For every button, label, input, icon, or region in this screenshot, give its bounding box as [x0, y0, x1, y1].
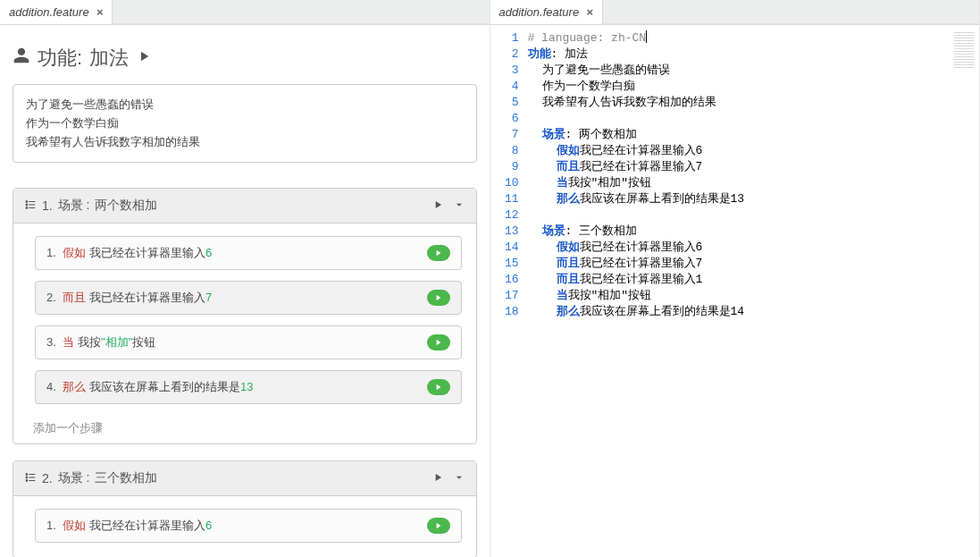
- line-number: 17: [490, 288, 519, 304]
- desc-line: 我希望有人告诉我数字相加的结果: [26, 133, 464, 152]
- right-tabbar: addition.feature ×: [490, 0, 980, 25]
- left-tabbar: addition.feature ×: [0, 0, 490, 25]
- minimap[interactable]: [954, 32, 974, 68]
- line-number: 14: [490, 240, 519, 256]
- user-icon: [13, 46, 30, 70]
- steps-list: 1. 假如 我已经在计算器里输入6: [13, 496, 476, 557]
- code-line[interactable]: # language: zh-CN: [528, 30, 980, 46]
- code-editor[interactable]: 123456789101112131415161718 # language: …: [490, 25, 980, 557]
- step-text: 4. 那么 我应该在屏幕上看到的结果是13: [46, 379, 254, 395]
- line-number: 7: [490, 127, 519, 143]
- close-icon[interactable]: ×: [586, 5, 593, 19]
- step-row[interactable]: 4. 那么 我应该在屏幕上看到的结果是13: [35, 370, 462, 404]
- chevron-down-icon[interactable]: [453, 471, 465, 486]
- left-pane: addition.feature × 功能: 加法 为了避免一些愚蠢的错误 作为…: [0, 0, 490, 557]
- feature-heading: 功能: 加法: [13, 45, 477, 72]
- code-line[interactable]: 为了避免一些愚蠢的错误: [528, 63, 980, 79]
- code-line[interactable]: 假如我已经在计算器里输入6: [528, 240, 980, 256]
- code-line[interactable]: 而且我已经在计算器里输入7: [528, 256, 980, 272]
- code-line[interactable]: 当我按"相加"按钮: [528, 175, 980, 191]
- line-number: 13: [490, 224, 519, 240]
- code-line[interactable]: 作为一个数学白痴: [528, 79, 980, 95]
- code-line[interactable]: 而且我已经在计算器里输入1: [528, 272, 980, 288]
- step-row[interactable]: 2. 而且 我已经在计算器里输入7: [35, 281, 462, 315]
- scenario-name: 三个数相加: [95, 470, 157, 486]
- scenario-header[interactable]: 2. 场景 : 三个数相加: [13, 461, 476, 496]
- line-number: 3: [490, 63, 519, 79]
- feature-label-prefix: 功能:: [38, 45, 82, 72]
- line-number: 8: [490, 143, 519, 159]
- line-number: 4: [490, 79, 519, 95]
- step-go-button[interactable]: [427, 290, 450, 306]
- code-line[interactable]: 那么我应该在屏幕上看到的结果是13: [528, 191, 980, 207]
- line-number: 16: [490, 272, 519, 288]
- step-text: 3. 当 我按"相加"按钮: [46, 334, 155, 350]
- line-number: 12: [490, 207, 519, 224]
- step-text: 1. 假如 我已经在计算器里输入6: [46, 518, 212, 534]
- line-number: 9: [490, 159, 519, 175]
- play-icon[interactable]: [136, 46, 152, 70]
- step-text: 1. 假如 我已经在计算器里输入6: [46, 245, 212, 261]
- line-number: 1: [490, 30, 519, 46]
- code-line[interactable]: [528, 111, 980, 127]
- desc-line: 为了避免一些愚蠢的错误: [26, 96, 464, 114]
- step-row[interactable]: 1. 假如 我已经在计算器里输入6: [35, 236, 462, 270]
- code-line[interactable]: 那么我应该在屏幕上看到的结果是14: [528, 304, 980, 320]
- code-line[interactable]: 当我按"相加"按钮: [528, 288, 980, 304]
- step-row[interactable]: 1. 假如 我已经在计算器里输入6: [35, 509, 462, 543]
- scenario-label: 场景 :: [58, 470, 90, 486]
- feature-name: 加法: [89, 45, 129, 72]
- desc-line: 作为一个数学白痴: [26, 114, 464, 133]
- text-cursor: [646, 30, 647, 43]
- close-icon[interactable]: ×: [96, 5, 104, 19]
- step-go-button[interactable]: [427, 379, 450, 395]
- chevron-down-icon[interactable]: [453, 198, 465, 214]
- line-number: 11: [490, 191, 519, 207]
- line-number: 15: [490, 256, 519, 272]
- line-number: 6: [490, 111, 519, 127]
- code-line[interactable]: [528, 207, 980, 224]
- right-pane: addition.feature × 123456789101112131415…: [490, 0, 981, 557]
- step-go-button[interactable]: [427, 518, 450, 534]
- line-number: 2: [490, 46, 519, 63]
- step-go-button[interactable]: [427, 245, 450, 261]
- code-line[interactable]: 假如我已经在计算器里输入6: [528, 143, 980, 159]
- feature-body: 功能: 加法 为了避免一些愚蠢的错误 作为一个数学白痴 我希望有人告诉我数字相加…: [0, 25, 490, 557]
- scenario-icon: [24, 198, 37, 214]
- step-go-button[interactable]: [427, 334, 450, 350]
- play-icon[interactable]: [431, 198, 444, 214]
- code-line[interactable]: 场景: 两个数相加: [528, 127, 980, 143]
- step-row[interactable]: 3. 当 我按"相加"按钮: [35, 325, 462, 359]
- line-number: 18: [490, 304, 519, 320]
- line-gutter: 123456789101112131415161718: [490, 30, 528, 557]
- steps-list: 1. 假如 我已经在计算器里输入6 2. 而且 我已经在计算器里输入7 3. 当…: [13, 224, 476, 418]
- code-line[interactable]: 我希望有人告诉我数字相加的结果: [528, 95, 980, 111]
- step-text: 2. 而且 我已经在计算器里输入7: [46, 290, 212, 306]
- scenario-index: 1.: [42, 198, 53, 213]
- scenario-header[interactable]: 1. 场景 : 两个数相加: [13, 189, 476, 224]
- code-area[interactable]: # language: zh-CN功能: 加法为了避免一些愚蠢的错误作为一个数学…: [528, 30, 980, 557]
- scenario-card: 2. 场景 : 三个数相加 1. 假如 我已经在计算器里输入6: [13, 460, 477, 557]
- tab-filename: addition.feature: [9, 5, 89, 19]
- feature-description: 为了避免一些愚蠢的错误 作为一个数学白痴 我希望有人告诉我数字相加的结果: [13, 84, 477, 163]
- tab-addition-feature-left[interactable]: addition.feature ×: [0, 0, 113, 24]
- play-icon[interactable]: [431, 471, 444, 486]
- line-number: 10: [490, 175, 519, 191]
- scenario-card: 1. 场景 : 两个数相加 1. 假如 我已经在计算器里输入6 2. 而且: [13, 188, 477, 444]
- scenario-icon: [24, 471, 37, 486]
- scenario-index: 2.: [42, 471, 53, 485]
- code-line[interactable]: 场景: 三个数相加: [528, 224, 980, 240]
- scenario-name: 两个数相加: [95, 198, 157, 214]
- code-line[interactable]: 功能: 加法: [528, 46, 980, 63]
- code-line[interactable]: 而且我已经在计算器里输入7: [528, 159, 980, 175]
- tab-addition-feature-right[interactable]: addition.feature ×: [490, 0, 603, 24]
- add-step-link[interactable]: 添加一个步骤: [13, 418, 476, 443]
- line-number: 5: [490, 95, 519, 111]
- scenario-label: 场景 :: [58, 198, 90, 214]
- tab-filename: addition.feature: [499, 5, 580, 19]
